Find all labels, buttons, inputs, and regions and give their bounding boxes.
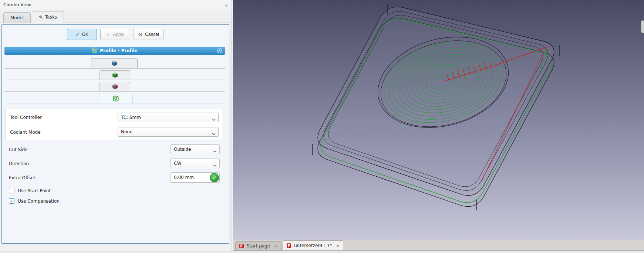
close-icon[interactable]: ×: [274, 243, 278, 249]
direction-select[interactable]: CW: [171, 159, 220, 168]
use-start-point-checkbox[interactable]: ✓ Use Start Point: [9, 188, 51, 193]
cut-side-select[interactable]: Outside: [171, 144, 220, 154]
edit-pen-icon: ✎: [39, 14, 43, 20]
subtab-row-4: [4, 93, 225, 103]
ok-button[interactable]: ✓ OK: [67, 29, 97, 40]
operation-icon: [113, 96, 119, 101]
red-cube-icon: [112, 84, 118, 90]
cut-side-value: Outside: [174, 147, 191, 152]
task-panel: ✓ OK ✓ Apply ⊘ Cancel: [0, 23, 232, 245]
task-section-title: Profile - Profile: [100, 48, 138, 53]
extra-offset-input[interactable]: 0,00 mm ✓: [171, 172, 220, 183]
check-icon: ✓: [107, 32, 111, 37]
coolant-mode-select[interactable]: None: [118, 127, 219, 137]
apply-button[interactable]: ✓ Apply: [100, 29, 130, 40]
panel-tab-bar: Model ✎ Tasks: [0, 10, 232, 23]
collapse-chevron-icon[interactable]: [217, 48, 222, 53]
overlay-panel-handle[interactable]: [641, 20, 644, 33]
extra-offset-value: 0,00 mm: [174, 175, 194, 180]
chevron-down-icon: [213, 149, 217, 154]
chevron-down-icon: [212, 117, 216, 122]
doc-tab-label: Start page: [247, 243, 270, 249]
float-panel-icon[interactable]: ◇: [225, 3, 228, 7]
cancel-icon: ⊘: [138, 31, 142, 37]
value-valid-icon: ✓: [210, 173, 219, 182]
ok-button-label: OK: [82, 32, 88, 37]
chevron-down-icon: [212, 131, 216, 136]
application-window: Combo View ◇ Model ✎ Tasks ✓ OK ✓ Apply: [0, 0, 644, 253]
cancel-button-label: Cancel: [145, 32, 159, 37]
document-tab-bar: Start page × untersetzer4 : 1* ×: [233, 240, 644, 251]
3d-viewport[interactable]: [233, 0, 644, 240]
tool-controller-select[interactable]: TC: 6mm: [118, 113, 219, 122]
coolant-mode-value: None: [121, 129, 132, 134]
panel-titlebar: Combo View ◇: [0, 0, 232, 10]
close-icon[interactable]: ×: [336, 243, 340, 249]
direction-label: Direction: [9, 161, 29, 166]
subtab-row-3: [4, 81, 225, 91]
profile-operation-icon: [92, 47, 97, 54]
tab-model[interactable]: Model: [3, 12, 31, 23]
subtab-row-1: [4, 57, 225, 69]
cancel-button[interactable]: ⊘ Cancel: [134, 29, 163, 40]
tab-tasks[interactable]: ✎ Tasks: [32, 11, 64, 23]
coolant-mode-label: Coolant Mode: [10, 130, 41, 135]
apply-button-label: Apply: [113, 32, 124, 37]
chevron-down-icon: [213, 163, 217, 168]
use-compensation-checkbox[interactable]: ✓ Use Compensation: [9, 198, 60, 204]
use-compensation-label: Use Compensation: [18, 199, 60, 204]
cut-side-label: Cut Side: [9, 147, 27, 152]
subtab-operation-active[interactable]: [99, 94, 132, 103]
doc-tab-label: untersetzer4 : 1*: [294, 243, 332, 248]
task-section-header[interactable]: Profile - Profile: [4, 47, 225, 55]
direction-value: CW: [174, 161, 181, 166]
doc-tab-start-page[interactable]: Start page ×: [235, 241, 281, 250]
extra-offset-label: Extra Offset: [9, 175, 36, 180]
subtab-heights[interactable]: [100, 82, 130, 91]
tab-tasks-label: Tasks: [45, 14, 57, 20]
subtab-depths[interactable]: [100, 70, 130, 80]
use-start-point-label: Use Start Point: [18, 188, 51, 193]
tab-model-label: Model: [10, 15, 24, 20]
subtab-row-2: [4, 70, 225, 80]
check-icon: ✓: [75, 32, 80, 37]
panel-title: Combo View: [3, 2, 31, 7]
tool-controller-label: Tool Controller: [10, 115, 42, 120]
subtab-base-geometry[interactable]: [91, 58, 138, 68]
doc-tab-untersetzer4[interactable]: untersetzer4 : 1* ×: [283, 240, 343, 250]
status-strip: [0, 251, 644, 253]
combo-view-panel: Combo View ◇ Model ✎ Tasks ✓ OK ✓ Apply: [0, 0, 232, 253]
green-cube-icon: [112, 72, 118, 78]
checkbox-box: ✓: [9, 188, 14, 193]
freecad-doc-icon: [286, 243, 291, 248]
checkbox-box: ✓: [9, 198, 14, 204]
freecad-doc-icon: [239, 243, 244, 249]
blue-cube-icon: [111, 60, 117, 66]
tool-settings-group: Tool Controller TC: 6mm Coolant Mode Non…: [5, 109, 222, 140]
task-dialog: ✓ OK ✓ Apply ⊘ Cancel: [1, 24, 229, 244]
tool-controller-value: TC: 6mm: [121, 115, 141, 120]
